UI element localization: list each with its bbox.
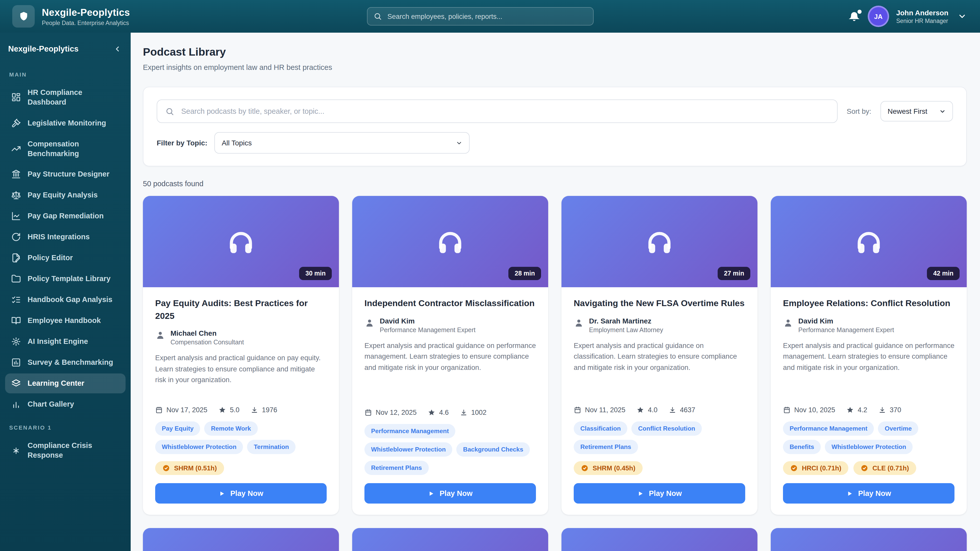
play-button[interactable]: Play Now [574, 483, 745, 503]
topic-tag: Pay Equity [155, 421, 200, 436]
app-logo [12, 5, 35, 27]
sidebar-item-compliance-crisis-response[interactable]: Compliance Crisis Response [5, 436, 126, 465]
brand: Nexgile-Peoplytics People Data. Enterpri… [12, 5, 130, 27]
credit-badges: HRCI (0.71h)CLE (0.71h) [783, 461, 955, 475]
podcast-search-input[interactable] [180, 106, 829, 116]
credit-badge: SHRM (0.51h) [155, 461, 224, 475]
publish-date: Nov 11, 2025 [574, 406, 625, 414]
calendar-icon [155, 406, 163, 414]
download-count: 1002 [460, 409, 487, 416]
play-button[interactable]: Play Now [155, 483, 327, 503]
podcast-title: Navigating the New FLSA Overtime Rules [574, 297, 745, 310]
filter-panel: Sort by: Newest First Filter by Topic: A… [143, 87, 967, 166]
sidebar-item-handbook-gap-analysis[interactable]: Handbook Gap Analysis [5, 290, 126, 310]
sidebar-item-label: HRIS Integrations [27, 232, 89, 242]
sidebar-item-label: Compliance Crisis Response [27, 441, 119, 460]
podcast-description: Expert analysis and practical guidance o… [574, 340, 745, 400]
speaker-role: Performance Management Expert [798, 326, 894, 333]
global-search[interactable] [367, 7, 593, 25]
topic-tag: Conflict Resolution [632, 421, 702, 436]
topic-tag: Performance Management [783, 421, 874, 436]
podcast-title: Employee Relations: Conflict Resolution [783, 297, 955, 310]
sidebar-item-label: Employee Handbook [27, 316, 101, 326]
sidebar-nav: MAINHR Compliance DashboardLegislative M… [0, 60, 130, 465]
speaker: David Kim Performance Management Expert [783, 317, 955, 333]
podcast-card: 42 min Employee Relations: Conflict Reso… [771, 196, 967, 515]
sidebar-item-pay-gap-remediation[interactable]: Pay Gap Remediation [5, 206, 126, 226]
sort-select[interactable]: Newest First [880, 101, 953, 121]
person-icon [364, 318, 375, 328]
sidebar-item-pay-structure-designer[interactable]: Pay Structure Designer [5, 165, 126, 184]
topic-tag: Background Checks [457, 442, 530, 457]
person-icon [783, 318, 793, 328]
avatar[interactable]: JA [868, 6, 889, 27]
topic-tag: Classification [574, 421, 628, 436]
podcast-card: 28 min Independent Contractor Misclassif… [352, 196, 548, 515]
speaker-role: Performance Management Expert [380, 326, 476, 333]
podcast-meta: Nov 17, 2025 5.0 1976 [155, 406, 327, 414]
sidebar-item-label: Chart Gallery [27, 400, 74, 410]
sidebar-item-compensation-benchmarking[interactable]: Compensation Benchmarking [5, 134, 126, 163]
sidebar-item-learning-center[interactable]: Learning Center [5, 374, 126, 394]
topic-tag: Retirement Plans [574, 440, 638, 454]
calendar-icon [783, 406, 791, 414]
sidebar-item-policy-template-library[interactable]: Policy Template Library [5, 269, 126, 289]
speaker-name: David Kim [798, 317, 894, 325]
sidebar: Nexgile-Peoplytics MAINHR Compliance Das… [0, 33, 130, 551]
speaker-name: Michael Chen [170, 329, 244, 338]
bar-chart-icon [11, 400, 21, 410]
book-icon [11, 316, 21, 326]
ai-icon [11, 337, 21, 347]
podcast-title: Pay Equity Audits: Best Practices for 20… [155, 297, 327, 323]
podcast-cover [143, 528, 339, 551]
person-icon [155, 330, 165, 341]
play-button[interactable]: Play Now [783, 483, 955, 503]
app-viewport: Nexgile-Peoplytics People Data. Enterpri… [0, 0, 980, 551]
podcast-cover [771, 528, 967, 551]
sidebar-brand: Nexgile-Peoplytics [0, 38, 130, 60]
seal-check-icon [861, 464, 869, 472]
download-count: 4637 [669, 406, 695, 414]
publish-date: Nov 10, 2025 [783, 406, 835, 414]
credit-badges: SHRM (0.45h) [574, 461, 745, 475]
rating: 4.0 [637, 406, 658, 414]
podcast-description: Expert analysis and practical guidance o… [783, 340, 955, 400]
sidebar-item-pay-equity-analysis[interactable]: Pay Equity Analysis [5, 186, 126, 205]
collapse-sidebar-icon[interactable] [113, 45, 121, 53]
sidebar-item-policy-editor[interactable]: Policy Editor [5, 248, 126, 268]
sidebar-item-chart-gallery[interactable]: Chart Gallery [5, 395, 126, 414]
avatar-initials: JA [874, 13, 883, 20]
podcast-meta: Nov 11, 2025 4.0 4637 [574, 406, 745, 414]
notifications-button[interactable] [848, 10, 861, 22]
sidebar-item-hris-integrations[interactable]: HRIS Integrations [5, 227, 126, 247]
podcast-meta: Nov 10, 2025 4.2 370 [783, 406, 955, 414]
sidebar-item-label: Pay Gap Remediation [27, 211, 103, 221]
podcast-card: 27 min Navigating the New FLSA Overtime … [562, 196, 757, 515]
download-icon [669, 406, 676, 414]
topic-tag: Whistleblower Protection [364, 442, 452, 457]
topic-select[interactable]: All Topics [215, 132, 470, 154]
sync-icon [11, 232, 21, 242]
sidebar-item-hr-compliance-dashboard[interactable]: HR Compliance Dashboard [5, 83, 126, 112]
sidebar-item-employee-handbook[interactable]: Employee Handbook [5, 311, 126, 331]
layers-icon [11, 379, 21, 389]
user-menu-chevron-icon[interactable] [958, 12, 967, 21]
credit-badges: SHRM (0.51h) [155, 461, 327, 475]
chevron-down-icon [456, 140, 463, 146]
sidebar-item-label: HR Compliance Dashboard [27, 88, 119, 107]
sidebar-item-ai-insight-engine[interactable]: AI Insight Engine [5, 332, 126, 352]
brand-name: Nexgile-Peoplytics [42, 7, 130, 18]
global-search-input[interactable] [387, 12, 587, 21]
duration-badge: 30 min [299, 267, 332, 280]
podcast-search[interactable] [157, 100, 838, 123]
asterisk-icon [11, 446, 21, 455]
calendar-icon [364, 409, 372, 416]
play-icon [428, 490, 434, 497]
podcast-cover: 27 min [562, 196, 757, 287]
play-icon [846, 490, 853, 497]
sidebar-item-legislative-monitoring[interactable]: Legislative Monitoring [5, 113, 126, 133]
podcast-cover: 28 min [352, 196, 548, 287]
podcast-card-partial [352, 528, 548, 551]
play-button[interactable]: Play Now [364, 483, 536, 503]
sidebar-item-survey-benchmarking[interactable]: Survey & Benchmarking [5, 353, 126, 373]
